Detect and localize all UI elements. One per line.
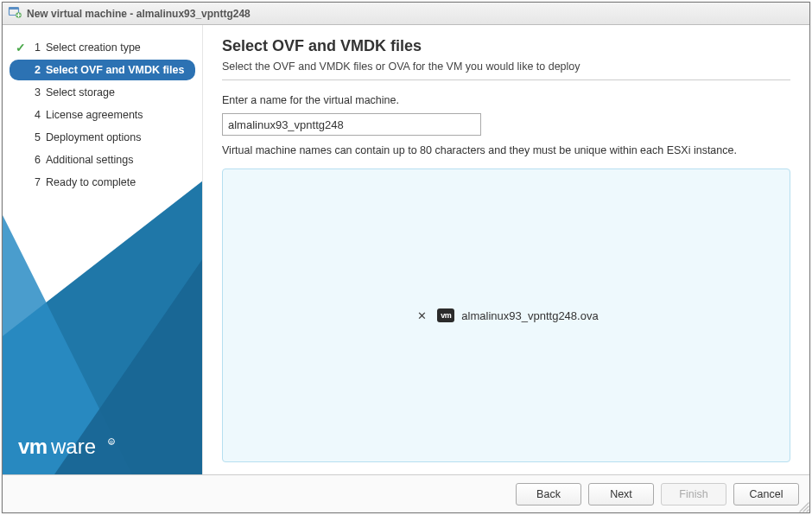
wizard-dialog: New virtual machine - almalinux93_vpnttg… bbox=[2, 2, 810, 513]
resize-grip-icon[interactable] bbox=[799, 502, 809, 512]
step-label: License agreements bbox=[46, 109, 143, 121]
step-license-agreements[interactable]: ✓ 4 License agreements bbox=[10, 105, 195, 125]
step-number: 2 bbox=[32, 64, 41, 76]
window-title: New virtual machine - almalinux93_vpnttg… bbox=[27, 8, 251, 20]
name-hint: Virtual machine names can contain up to … bbox=[222, 144, 790, 156]
cancel-button[interactable]: Cancel bbox=[733, 483, 799, 505]
step-deployment-options[interactable]: ✓ 5 Deployment options bbox=[10, 127, 195, 148]
main-panel: Select OVF and VMDK files Select the OVF… bbox=[203, 25, 809, 474]
step-number: 4 bbox=[32, 109, 41, 121]
sidebar-background-graphic bbox=[3, 163, 203, 474]
step-select-storage[interactable]: ✓ 3 Select storage bbox=[10, 82, 195, 103]
titlebar: New virtual machine - almalinux93_vpnttg… bbox=[3, 3, 809, 25]
step-label: Select OVF and VMDK files bbox=[46, 64, 184, 76]
vm-name-input[interactable] bbox=[222, 113, 481, 136]
step-select-creation-type[interactable]: ✓ 1 Select creation type bbox=[10, 37, 195, 58]
svg-rect-1 bbox=[10, 8, 19, 10]
check-icon: ✓ bbox=[15, 41, 27, 54]
file-dropzone[interactable]: ✕ vm almalinux93_vpnttg248.ova bbox=[222, 168, 790, 462]
dialog-body: ✓ 1 Select creation type ✓ 2 Select OVF … bbox=[3, 25, 809, 474]
step-number: 7 bbox=[32, 176, 41, 188]
step-select-ovf-vmdk[interactable]: ✓ 2 Select OVF and VMDK files bbox=[10, 60, 195, 80]
wizard-footer: Back Next Finish Cancel bbox=[3, 474, 809, 512]
step-label: Ready to complete bbox=[46, 176, 136, 188]
step-number: 1 bbox=[32, 41, 41, 54]
back-button[interactable]: Back bbox=[516, 483, 581, 505]
page-heading: Select OVF and VMDK files bbox=[222, 37, 790, 55]
step-label: Select storage bbox=[46, 86, 115, 99]
step-label: Deployment options bbox=[46, 131, 141, 143]
finish-button: Finish bbox=[661, 483, 726, 505]
step-number: 6 bbox=[32, 154, 41, 166]
step-additional-settings[interactable]: ✓ 6 Additional settings bbox=[10, 149, 195, 170]
uploaded-file: ✕ vm almalinux93_vpnttg248.ova bbox=[414, 308, 598, 324]
step-ready-to-complete[interactable]: ✓ 7 Ready to complete bbox=[10, 172, 195, 193]
step-label: Additional settings bbox=[46, 154, 133, 166]
file-name: almalinux93_vpnttg248.ova bbox=[461, 309, 598, 322]
vm-file-icon: vm bbox=[437, 308, 454, 322]
step-label: Select creation type bbox=[46, 41, 141, 54]
next-button[interactable]: Next bbox=[588, 483, 654, 505]
name-prompt: Enter a name for the virtual machine. bbox=[222, 94, 790, 106]
vm-add-icon bbox=[8, 5, 22, 22]
svg-text:R: R bbox=[110, 440, 113, 445]
wizard-steps: ✓ 1 Select creation type ✓ 2 Select OVF … bbox=[3, 25, 202, 193]
page-subtitle: Select the OVF and VMDK files or OVA for… bbox=[222, 60, 790, 80]
svg-text:ware: ware bbox=[50, 435, 96, 458]
wizard-sidebar: ✓ 1 Select creation type ✓ 2 Select OVF … bbox=[3, 25, 203, 474]
remove-file-icon[interactable]: ✕ bbox=[414, 308, 430, 324]
vmware-logo: vm ware R bbox=[18, 435, 165, 461]
svg-marker-3 bbox=[3, 181, 203, 474]
svg-text:vm: vm bbox=[18, 435, 48, 458]
step-number: 5 bbox=[32, 131, 41, 143]
step-number: 3 bbox=[32, 86, 41, 99]
